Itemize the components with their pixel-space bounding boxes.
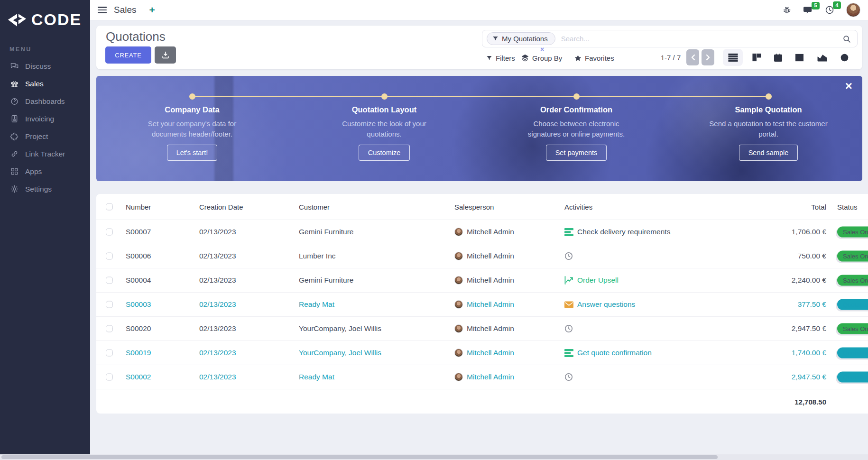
project-icon <box>10 132 19 141</box>
app-menu-title[interactable]: Sales <box>114 5 137 15</box>
salesperson-avatar <box>454 276 463 285</box>
view-switcher-pivot[interactable] <box>789 49 809 66</box>
onboarding-step-company-data: Company Data Set your company's data for… <box>116 105 268 161</box>
view-switcher-list[interactable] <box>723 49 743 66</box>
row-activity[interactable]: Check delivery requirements <box>564 228 670 236</box>
table-row[interactable]: S00006 02/13/2023 Lumber Inc Mitchell Ad… <box>96 244 868 268</box>
group-by-button[interactable]: Group By <box>521 51 562 65</box>
app-logo[interactable]: CODE <box>0 0 90 29</box>
row-number[interactable]: S00006 <box>126 252 151 260</box>
column-header-number[interactable]: Number <box>126 203 151 211</box>
row-customer: YourCompany, Joel Willis <box>299 324 381 333</box>
column-header-customer[interactable]: Customer <box>299 203 330 211</box>
messages-icon[interactable]: 5 <box>803 6 813 15</box>
table-row[interactable]: S00002 02/13/2023 Ready Mat Mitchell Adm… <box>96 365 868 389</box>
set-payments-button[interactable]: Set payments <box>546 145 607 161</box>
sidebar-item-discuss[interactable]: Discuss <box>0 57 90 75</box>
search-icon[interactable] <box>843 35 851 43</box>
search-facet-my-quotations[interactable]: My Quotations <box>487 32 555 45</box>
row-customer: Lumber Inc <box>299 252 336 260</box>
search-input[interactable]: Search... <box>561 35 857 43</box>
row-activity[interactable] <box>564 373 577 381</box>
table-row[interactable]: S00003 02/13/2023 Ready Mat Mitchell Adm… <box>96 293 868 317</box>
filters-button[interactable]: Filters <box>486 51 515 65</box>
column-header-total[interactable]: Total <box>811 203 826 211</box>
table-row[interactable]: S00020 02/13/2023 YourCompany, Joel Will… <box>96 317 868 341</box>
row-customer: Ready Mat <box>299 373 334 381</box>
pager-next-button[interactable] <box>702 49 714 65</box>
row-checkbox[interactable] <box>106 325 113 332</box>
status-badge: Sales Order <box>837 251 868 262</box>
onboarding-step-quotation-layout: Quotation Layout Customize the look of y… <box>308 105 460 161</box>
sidebar-item-link-tracker[interactable]: Link Tracker <box>0 145 90 163</box>
row-checkbox[interactable] <box>106 277 113 284</box>
create-button[interactable]: CREATE <box>105 46 151 64</box>
status-badge: Quotation <box>837 299 868 310</box>
banner-close-icon[interactable]: × <box>845 80 852 92</box>
systray: 5 4 <box>783 3 860 17</box>
row-checkbox[interactable] <box>106 374 113 381</box>
row-activity[interactable] <box>564 324 577 333</box>
horizontal-scrollbar[interactable] <box>0 454 868 460</box>
sidebar-item-sales[interactable]: Sales <box>0 75 90 92</box>
select-all-checkbox[interactable] <box>106 203 113 211</box>
row-activity[interactable]: Get quote confirmation <box>564 349 652 357</box>
sidebar-item-dashboards[interactable]: Dashboards <box>0 92 90 110</box>
logo-icon <box>8 13 27 27</box>
user-avatar[interactable] <box>846 3 860 17</box>
favorites-button[interactable]: Favorites <box>574 51 614 65</box>
table-row[interactable]: S00007 02/13/2023 Gemini Furniture Mitch… <box>96 220 868 244</box>
row-number[interactable]: S00019 <box>126 349 151 357</box>
row-checkbox[interactable] <box>106 350 113 357</box>
row-checkbox[interactable] <box>106 301 113 308</box>
column-header-creation-date[interactable]: Creation Date <box>199 203 243 211</box>
salesperson-avatar <box>454 300 463 309</box>
sidebar-item-apps[interactable]: Apps <box>0 163 90 180</box>
favorites-star-icon <box>574 55 582 62</box>
chevron-left-icon <box>691 54 695 61</box>
row-salesperson: Mitchell Admin <box>454 349 514 357</box>
sidebar-item-invoicing[interactable]: Invoicing <box>0 110 90 128</box>
view-switcher-calendar[interactable] <box>768 49 788 66</box>
table-row[interactable]: S00019 02/13/2023 YourCompany, Joel Will… <box>96 341 868 365</box>
row-checkbox[interactable] <box>106 253 113 260</box>
sales-icon <box>10 79 19 88</box>
send-sample-button[interactable]: Send sample <box>739 145 798 161</box>
view-switcher-activity[interactable] <box>834 49 854 66</box>
debug-bug-icon[interactable] <box>783 6 791 14</box>
row-number[interactable]: S00003 <box>126 300 151 309</box>
row-activity[interactable]: Order Upsell <box>564 276 619 285</box>
scrollbar-thumb[interactable] <box>1 455 718 459</box>
row-number[interactable]: S00002 <box>126 373 151 381</box>
column-header-salesperson[interactable]: Salesperson <box>454 203 494 211</box>
row-activity[interactable]: Answer questions <box>564 300 635 309</box>
lets-start-button[interactable]: Let's start! <box>167 145 217 161</box>
export-download-button[interactable] <box>155 46 176 64</box>
row-checkbox[interactable] <box>106 229 113 236</box>
row-number[interactable]: S00004 <box>126 276 151 285</box>
hamburger-menu-icon[interactable] <box>98 5 107 15</box>
sidebar-item-settings[interactable]: Settings <box>0 180 90 198</box>
clock-icon <box>564 324 573 333</box>
column-header-activities[interactable]: Activities <box>564 203 592 211</box>
view-switcher-kanban[interactable] <box>747 49 766 66</box>
row-number[interactable]: S00020 <box>126 324 151 333</box>
pager-previous-button[interactable] <box>686 49 699 65</box>
table-row[interactable]: S00004 02/13/2023 Gemini Furniture Mitch… <box>96 268 868 293</box>
row-activity[interactable] <box>564 252 577 260</box>
sidebar-item-project[interactable]: Project <box>0 128 90 145</box>
activity-view-clock-icon <box>840 53 849 62</box>
kanban-view-icon <box>752 53 761 62</box>
add-tab-button[interactable]: + <box>149 4 155 16</box>
status-badge: Sales Order <box>837 275 868 286</box>
activities-clock-icon[interactable]: 4 <box>825 5 834 15</box>
customize-button[interactable]: Customize <box>359 145 410 161</box>
salesperson-avatar <box>454 324 463 333</box>
timeline-dot <box>189 93 195 100</box>
column-header-status[interactable]: Status <box>837 203 858 211</box>
view-switcher-graph[interactable] <box>812 49 832 66</box>
control-panel: Quotations CREATE My Quotations × Search… <box>96 26 862 69</box>
apps-icon <box>10 167 19 176</box>
row-number[interactable]: S00007 <box>126 228 151 236</box>
search-bar[interactable]: My Quotations × Search... <box>482 30 858 47</box>
